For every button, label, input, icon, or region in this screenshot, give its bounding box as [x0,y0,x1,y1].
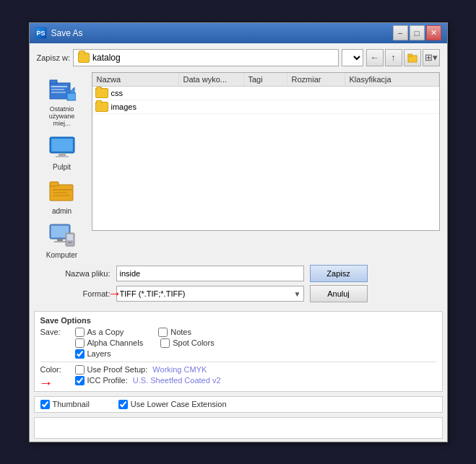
use-proof-option[interactable]: Use Proof Setup: Working CMYK [75,365,207,375]
thumbnail-option[interactable]: Thumbnail [40,400,90,409]
sidebar-item-computer[interactable]: Komputer [40,221,84,259]
title-controls: − □ ✕ [393,25,441,40]
save-options-header: Save Options [40,316,436,325]
svg-rect-20 [57,239,63,241]
save-options-section: Save Options Save: As a Copy Notes Alpha… [34,311,443,392]
lower-case-option[interactable]: Use Lower Case Extension [118,400,227,409]
admin-label: admin [52,207,72,215]
svg-rect-3 [50,80,57,84]
icc-profile-checkbox[interactable] [75,376,85,385]
new-folder-icon [407,53,417,63]
as-copy-label: As a Copy [87,328,124,336]
svg-rect-7 [67,93,76,100]
bottom-empty-bar [34,417,443,439]
thumbnail-label: Thumbnail [53,400,90,408]
spot-colors-checkbox[interactable] [160,338,170,348]
sidebar-item-admin[interactable]: admin [40,177,84,215]
as-copy-option[interactable]: As a Copy [75,328,124,337]
file-list-header: Nazwa Data wyko... Tagi Rozmiar Klasyfik… [92,73,439,87]
lower-case-checkbox[interactable] [118,400,128,409]
folder-sm-icon [95,88,108,98]
notes-checkbox[interactable] [158,328,168,337]
sidebar: Ostatnioużywane miej... Pulpit [37,72,87,259]
notes-option[interactable]: Notes [158,328,191,337]
action-buttons: Zapisz [310,265,368,282]
spot-colors-option[interactable]: Spot Colors [160,338,214,348]
file-list: Nazwa Data wyko... Tagi Rozmiar Klasyfik… [92,72,440,231]
folder-sm-icon [95,102,108,112]
svg-rect-1 [408,54,412,56]
window-title: Save As [51,28,83,38]
app-icon: PS [35,27,47,39]
up-button[interactable]: ↑ [385,49,402,66]
color-options-row2: → ICC Profile: U.S. Sheetfed Coated v2 [75,376,436,385]
minimize-button[interactable]: − [393,25,408,40]
icc-profile-label: ICC Profile: U.S. Sheetfed Coated v2 [87,376,221,385]
alpha-channels-option[interactable]: Alpha Channels [75,338,144,348]
svg-rect-17 [53,195,70,196]
close-button[interactable]: ✕ [426,25,441,40]
cancel-button[interactable]: Anuluj [310,285,368,302]
alpha-channels-checkbox[interactable] [75,338,85,348]
filename-row: Nazwa pliku: Zapisz [37,265,440,282]
current-folder-name: katalog [92,53,121,63]
dialog-body: Zapisz w: katalog ← ↑ ⊞▾ [30,43,447,311]
computer-label: Komputer [46,251,77,259]
location-dropdown[interactable] [342,49,363,66]
spot-colors-label: Spot Colors [173,338,214,347]
title-bar: PS Save As − □ ✕ [30,23,447,43]
table-row[interactable]: images [92,100,439,114]
save-options-row3: Layers [75,349,436,359]
sidebar-item-desktop[interactable]: Pulpit [40,133,84,171]
views-button[interactable]: ⊞▾ [423,49,440,66]
color-options-row1: Color: Use Proof Setup: Working CMYK [40,365,436,375]
action-buttons-2: Anuluj [310,285,368,302]
file-name-cell: css [95,88,182,98]
layers-label: Layers [87,349,111,358]
admin-folder-icon [48,177,77,206]
use-proof-checkbox[interactable] [75,365,85,375]
col-size: Rozmiar [287,73,345,86]
desktop-label: Pulpit [53,163,71,171]
location-label: Zapisz w: [37,53,70,62]
save-options-row2: Alpha Channels Spot Colors [75,338,436,348]
location-bar: Zapisz w: katalog ← ↑ ⊞▾ [37,49,440,66]
format-row: Format: → TIFF (*.TIF;*.TIFF) ▼ Anuluj [37,285,440,302]
filename-input[interactable] [116,266,304,281]
notes-label: Notes [170,328,191,336]
recent-label: Ostatnioużywane miej... [40,105,84,127]
thumbnail-checkbox[interactable] [40,400,50,409]
file-name: images [111,102,137,111]
layers-checkbox[interactable] [75,349,85,359]
icc-profile-option[interactable]: ICC Profile: U.S. Sheetfed Coated v2 [75,376,221,385]
working-cmyk-text: Working CMYK [152,365,207,374]
back-button[interactable]: ← [366,49,384,66]
format-select[interactable]: TIFF (*.TIF;*.TIFF) [116,286,304,302]
save-options-row1: Save: As a Copy Notes [40,328,436,337]
file-name-cell: images [95,102,182,112]
sidebar-item-recent[interactable]: Ostatnioużywane miej... [40,75,84,127]
table-row[interactable]: css [92,87,439,100]
svg-rect-23 [67,235,73,240]
svg-rect-4 [51,86,67,87]
col-tags: Tagi [244,73,287,86]
svg-rect-14 [50,182,59,186]
as-copy-checkbox[interactable] [75,328,85,337]
layers-option[interactable]: Layers [75,349,111,359]
svg-rect-16 [53,192,67,193]
svg-rect-21 [54,241,66,242]
color-label: Color: [40,365,69,374]
nav-buttons: ← ↑ ⊞▾ [366,49,440,66]
lower-case-label: Use Lower Case Extension [131,400,227,408]
alpha-channels-label: Alpha Channels [87,338,144,347]
new-folder-button[interactable] [404,49,421,66]
svg-rect-10 [59,153,66,156]
col-name: Nazwa [92,73,179,86]
file-name: css [111,89,124,97]
maximize-button[interactable]: □ [410,25,425,40]
svg-rect-11 [56,156,69,157]
desktop-icon [48,133,77,162]
save-button[interactable]: Zapisz [310,265,368,282]
col-date: Data wyko... [179,73,244,86]
col-class: Klasyfikacja [345,73,439,86]
